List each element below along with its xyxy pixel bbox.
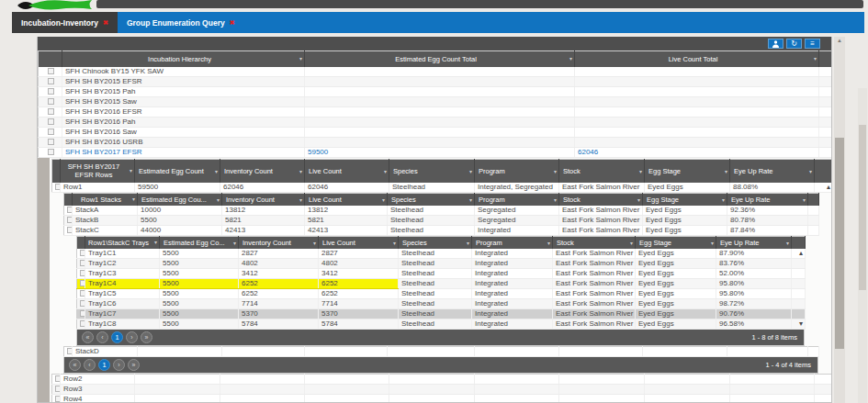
column-header[interactable]: Egg Stage▾: [645, 160, 730, 183]
column-menu-icon[interactable]: ▾: [637, 196, 640, 203]
column-menu-icon[interactable]: ▾: [130, 167, 132, 175]
column-header[interactable]: Eye Up Rate▾: [716, 237, 792, 249]
column-header[interactable]: Estimated Egg Co...▾: [160, 237, 239, 249]
pager-first-button[interactable]: «: [82, 331, 94, 343]
column-header[interactable]: Estimated Egg Cou...▾: [138, 194, 222, 206]
expand-icon[interactable]: [80, 300, 85, 307]
pager-next-button[interactable]: ›: [113, 359, 125, 371]
column-header[interactable]: Inventory Count▾: [239, 237, 319, 249]
column-menu-icon[interactable]: ▾: [467, 240, 469, 246]
close-icon[interactable]: ✖: [230, 19, 235, 27]
column-header[interactable]: Estimated Egg Count Total▾: [305, 51, 575, 67]
table-row[interactable]: StackD: [64, 347, 819, 357]
expand-icon[interactable]: [80, 250, 85, 256]
scrollbar-thumb[interactable]: [859, 125, 866, 290]
column-header[interactable]: Species▾: [399, 237, 472, 249]
table-row[interactable]: SFH SH BY2016 Pah: [39, 118, 833, 128]
table-row[interactable]: SFH SH BY2015 Pah: [39, 87, 833, 97]
expand-icon[interactable]: [67, 348, 73, 354]
column-header[interactable]: Species▾: [388, 194, 475, 206]
column-header[interactable]: Program▾: [472, 237, 553, 249]
columns-button[interactable]: ≡: [805, 39, 820, 49]
column-header[interactable]: Egg Stage▾: [643, 194, 727, 206]
column-menu-icon[interactable]: ▾: [393, 240, 396, 246]
pager-last-button[interactable]: »: [141, 331, 152, 343]
outer-vertical-scrollbar[interactable]: [858, 88, 867, 403]
column-header[interactable]: Live Count▾: [305, 194, 388, 206]
column-menu-icon[interactable]: ▾: [803, 196, 806, 203]
table-row[interactable]: SFH Chinook BY15 YFK SAW: [39, 67, 833, 77]
table-row[interactable]: SFH SH BY2017 EFSR5950062046: [39, 148, 833, 158]
pager-page-button[interactable]: 1: [98, 359, 110, 371]
refresh-button[interactable]: ↻: [786, 39, 802, 49]
column-header[interactable]: Estimated Egg Count▾: [135, 160, 220, 183]
table-row[interactable]: StackB550058215821SteelheadSegregatedEas…: [64, 216, 819, 226]
expand-icon[interactable]: [80, 290, 85, 297]
table-row[interactable]: SFH SH BY2016 EFSR: [39, 107, 833, 118]
expand-icon[interactable]: [48, 68, 54, 74]
expand-icon[interactable]: [80, 270, 85, 276]
table-row[interactable]: SFH SH BY2016 USRB: [39, 138, 833, 148]
column-header[interactable]: SFH SH BY2017 EFSR Rows▾: [61, 160, 135, 183]
expand-icon[interactable]: [55, 386, 61, 392]
expand-icon[interactable]: [48, 149, 54, 155]
column-menu-icon[interactable]: ▾: [154, 239, 157, 247]
column-menu-icon[interactable]: ▾: [299, 55, 302, 63]
expand-icon[interactable]: [48, 78, 54, 84]
expand-icon[interactable]: [48, 108, 54, 115]
column-menu-icon[interactable]: ▾: [809, 168, 812, 174]
scrollbar-thumb[interactable]: [835, 138, 844, 349]
column-menu-icon[interactable]: ▾: [469, 168, 472, 174]
column-menu-icon[interactable]: ▾: [469, 196, 472, 203]
table-row[interactable]: Tray1C1550028272827SteelheadIntegratedEa…: [77, 249, 806, 259]
expand-icon[interactable]: [55, 184, 61, 190]
column-menu-icon[interactable]: ▾: [554, 196, 557, 203]
tab-group-enumeration-query[interactable]: Group Enumeration Query ✖: [118, 12, 244, 33]
column-menu-icon[interactable]: ▾: [725, 168, 727, 174]
scroll-up-icon[interactable]: ▲: [834, 38, 845, 43]
column-header[interactable]: Row1\StackC Trays▾: [85, 237, 160, 249]
expand-icon[interactable]: [67, 227, 73, 233]
column-menu-icon[interactable]: ▾: [722, 196, 725, 203]
expand-icon[interactable]: [55, 375, 61, 382]
expand-icon[interactable]: [67, 207, 73, 213]
table-row[interactable]: SFH SH BY2015 EFSR: [39, 77, 833, 87]
column-header[interactable]: Program▾: [475, 194, 559, 206]
table-row[interactable]: SFH SH BY2015 Saw: [39, 97, 833, 107]
expand-icon[interactable]: [48, 98, 54, 105]
column-menu-icon[interactable]: ▾: [384, 168, 387, 174]
table-row[interactable]: Tray1C7550053705370SteelheadIntegratedEa…: [77, 309, 806, 319]
table-row[interactable]: StackA100001381213812SteelheadSegregated…: [64, 206, 819, 216]
pager-next-button[interactable]: ›: [126, 331, 138, 343]
expand-icon[interactable]: [80, 310, 85, 317]
close-icon[interactable]: ✖: [103, 19, 108, 27]
pager-prev-button[interactable]: ‹: [96, 331, 108, 343]
column-menu-icon[interactable]: ▾: [215, 168, 218, 174]
column-menu-icon[interactable]: ▾: [299, 196, 302, 203]
column-header[interactable]: Row1 Stacks▾: [73, 194, 138, 206]
export-user-button[interactable]: [768, 39, 783, 49]
expand-icon[interactable]: [55, 396, 61, 402]
table-row[interactable]: SFH SH BY2016 Saw: [39, 128, 833, 138]
table-row[interactable]: Tray1C6550077147714SteelheadIntegratedEa…: [77, 299, 806, 309]
table-row[interactable]: Row1595006204662046SteelheadIntegrated, …: [52, 183, 833, 193]
column-menu-icon[interactable]: ▾: [786, 240, 789, 246]
expand-icon[interactable]: [80, 320, 85, 327]
table-row[interactable]: Row2: [52, 375, 833, 385]
expand-icon[interactable]: [48, 139, 54, 145]
expand-icon[interactable]: [80, 280, 85, 286]
column-menu-icon[interactable]: ▾: [299, 168, 302, 174]
column-menu-icon[interactable]: ▾: [630, 240, 633, 246]
column-menu-icon[interactable]: ▾: [639, 168, 642, 174]
column-menu-icon[interactable]: ▾: [547, 240, 550, 246]
column-header[interactable]: Inventory Count▾: [222, 194, 305, 206]
pager-page-button[interactable]: 1: [111, 331, 123, 343]
table-row[interactable]: Row3: [52, 385, 833, 395]
column-menu-icon[interactable]: ▾: [554, 168, 557, 174]
expand-icon[interactable]: [48, 88, 54, 95]
pager-prev-button[interactable]: ‹: [84, 359, 96, 371]
column-header[interactable]: Stock▾: [559, 194, 643, 206]
column-header[interactable]: Live Count▾: [305, 160, 389, 183]
column-menu-icon[interactable]: ▾: [313, 240, 316, 246]
table-row[interactable]: Tray1C5550062526252SteelheadIntegratedEa…: [77, 289, 806, 299]
